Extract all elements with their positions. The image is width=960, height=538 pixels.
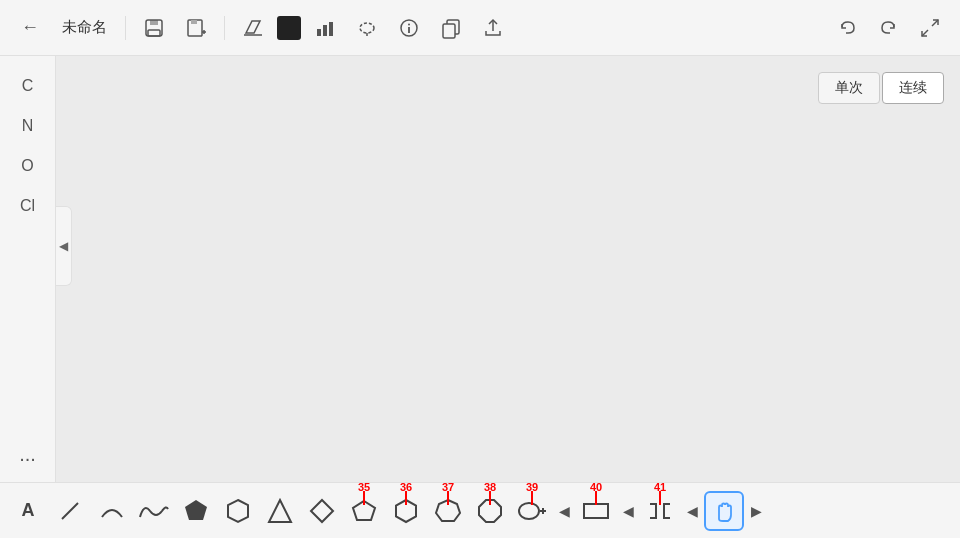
svg-marker-25 — [269, 500, 291, 522]
save-as-icon — [185, 17, 207, 39]
continuous-mode-button[interactable]: 连续 — [882, 72, 944, 104]
pentagon-solid-button[interactable] — [176, 491, 216, 531]
document-title: 未命名 — [62, 18, 107, 37]
divider-2 — [224, 16, 225, 40]
chevron-left-icon: ◀ — [59, 239, 68, 253]
svg-marker-7 — [246, 21, 260, 33]
hexagon-outline-icon — [225, 498, 251, 524]
save-button[interactable] — [136, 10, 172, 46]
mode-buttons: 单次 连续 — [818, 72, 944, 104]
shape-38-label: 38 — [484, 482, 496, 493]
sidebar-item-O[interactable]: O — [8, 148, 48, 184]
save-as-button[interactable] — [178, 10, 214, 46]
svg-marker-26 — [311, 500, 333, 522]
shape-37-label: 37 — [442, 482, 454, 493]
chevron-left-small-icon: ◀ — [559, 503, 570, 519]
svg-rect-9 — [317, 29, 321, 36]
svg-rect-6 — [191, 20, 197, 24]
info-button[interactable] — [391, 10, 427, 46]
fullscreen-button[interactable] — [912, 10, 948, 46]
fullscreen-icon — [919, 17, 941, 39]
expand-shapes-button[interactable]: ◀ — [554, 491, 574, 531]
expand-right-button[interactable]: ▶ — [746, 491, 766, 531]
lasso-button[interactable] — [349, 10, 385, 46]
curve-tool-button[interactable] — [92, 491, 132, 531]
svg-point-15 — [408, 23, 410, 25]
shape-39-icon — [517, 498, 547, 524]
svg-line-21 — [922, 30, 928, 36]
sidebar-item-Cl[interactable]: Cl — [8, 188, 48, 224]
text-tool-icon: A — [22, 500, 35, 521]
main-canvas — [56, 56, 960, 482]
svg-marker-23 — [185, 500, 207, 520]
shape-37-button[interactable]: 37 — [428, 491, 468, 531]
copy-icon — [440, 17, 462, 39]
shape-35-icon — [351, 498, 377, 524]
line-tool-button[interactable] — [50, 491, 90, 531]
divider-1 — [125, 16, 126, 40]
shape-38-button[interactable]: 38 — [470, 491, 510, 531]
color-picker[interactable] — [277, 16, 301, 40]
svg-line-20 — [932, 20, 938, 26]
left-sidebar: C N O Cl ··· — [0, 56, 56, 482]
sidebar-collapse-button[interactable]: ◀ — [56, 206, 72, 286]
svg-rect-18 — [443, 24, 455, 38]
chevron-left-small-icon-3: ◀ — [687, 503, 698, 519]
shape-40-icon — [581, 498, 611, 524]
sidebar-item-C[interactable]: C — [8, 68, 48, 104]
triangle-tool-icon — [267, 498, 293, 524]
shape-36-label: 36 — [400, 482, 412, 493]
diamond-tool-button[interactable] — [302, 491, 342, 531]
squiggle-tool-button[interactable] — [134, 491, 174, 531]
shape-41-button[interactable]: 41 — [640, 491, 680, 531]
copy-button[interactable] — [433, 10, 469, 46]
svg-marker-27 — [353, 501, 375, 520]
shape-40-button[interactable]: 40 — [576, 491, 616, 531]
text-tool-button[interactable]: A — [8, 491, 48, 531]
svg-rect-2 — [148, 30, 160, 36]
shape-38-icon — [477, 498, 503, 524]
pentagon-solid-icon — [183, 498, 209, 524]
shape-36-button[interactable]: 36 — [386, 491, 426, 531]
back-button[interactable]: ← — [12, 10, 48, 46]
sidebar-item-N[interactable]: N — [8, 108, 48, 144]
shape-35-label: 35 — [358, 482, 370, 493]
shape-35-button[interactable]: 35 — [344, 491, 384, 531]
chart-button[interactable] — [307, 10, 343, 46]
hexagon-outline-button[interactable] — [218, 491, 258, 531]
single-mode-button[interactable]: 单次 — [818, 72, 880, 104]
svg-marker-24 — [228, 500, 248, 522]
svg-rect-10 — [323, 25, 327, 36]
svg-marker-29 — [436, 500, 460, 521]
shape-36-icon — [393, 498, 419, 524]
svg-rect-1 — [150, 20, 158, 25]
hand-tool-icon — [710, 497, 738, 525]
squiggle-tool-icon — [138, 499, 170, 523]
eraser-icon — [242, 17, 264, 39]
svg-line-22 — [62, 503, 78, 519]
save-icon — [143, 17, 165, 39]
expand-shapes-button-2[interactable]: ◀ — [618, 491, 638, 531]
expand-shapes-button-3[interactable]: ◀ — [682, 491, 702, 531]
eraser-button[interactable] — [235, 10, 271, 46]
top-toolbar: ← 未命名 — [0, 0, 960, 56]
export-icon — [482, 17, 504, 39]
chevron-left-small-icon-2: ◀ — [623, 503, 634, 519]
chart-icon — [314, 17, 336, 39]
shape-39-button[interactable]: 39 — [512, 491, 552, 531]
triangle-tool-button[interactable] — [260, 491, 300, 531]
export-button[interactable] — [475, 10, 511, 46]
line-tool-icon — [58, 499, 82, 523]
diamond-tool-icon — [309, 498, 335, 524]
shape-41-label: 41 — [654, 482, 666, 493]
redo-button[interactable] — [870, 10, 906, 46]
hand-tool-button[interactable] — [704, 491, 744, 531]
shape-41-icon — [645, 498, 675, 524]
chevron-right-icon: ▶ — [751, 503, 762, 519]
shape-37-icon — [435, 498, 461, 524]
curve-tool-icon — [98, 499, 126, 523]
undo-button[interactable] — [830, 10, 866, 46]
redo-icon — [877, 17, 899, 39]
sidebar-more-button[interactable]: ··· — [19, 447, 36, 470]
shape-40-label: 40 — [590, 482, 602, 493]
